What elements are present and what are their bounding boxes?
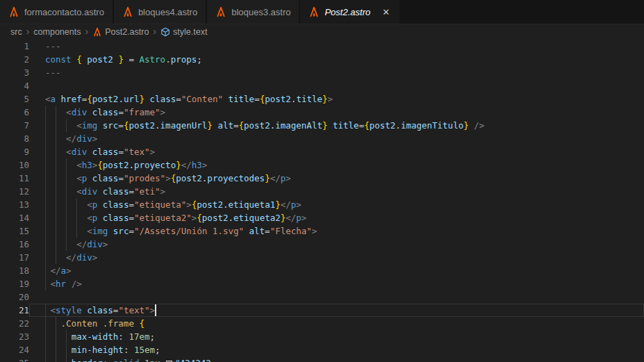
code-line-10[interactable]: 10<h3>{post2.proyecto}</h3>: [0, 158, 644, 172]
code-line-18[interactable]: 18</a>: [0, 264, 644, 277]
symbol-cube-icon: [160, 27, 170, 37]
code-line-3[interactable]: 3---: [0, 66, 644, 79]
code-line-24[interactable]: 24min-height: 15em;: [0, 343, 644, 356]
astro-icon: [122, 6, 133, 17]
line-number[interactable]: 24: [0, 343, 29, 356]
line-number[interactable]: 10: [0, 158, 29, 172]
indent-guide: [45, 264, 51, 277]
code-line-7[interactable]: 7<img src={post2.imagenUrl} alt={post2.i…: [0, 119, 644, 132]
indent-guide: [45, 145, 66, 158]
line-number[interactable]: 7: [0, 119, 29, 132]
breadcrumb: src›components›Post2.astro›style.text: [0, 24, 644, 40]
code-line-17[interactable]: 17</div>: [0, 251, 644, 264]
code-text: .Conten .frame {: [29, 317, 644, 330]
code-text: ---: [29, 66, 644, 79]
code-line-5[interactable]: 5<a href={post2.url} class="Conten" titl…: [0, 92, 644, 106]
breadcrumb-item-style-text[interactable]: style.text: [160, 27, 207, 37]
code-line-15[interactable]: 15<img src="/Assets/Unión 1.svg" alt="Fl…: [0, 224, 644, 238]
line-number[interactable]: 11: [0, 172, 29, 185]
code-text: <h3>{post2.proyecto}</h3>: [29, 158, 644, 172]
indent-guide: [45, 119, 76, 132]
code-line-20[interactable]: 20: [0, 290, 644, 304]
code-text: </div>: [29, 251, 644, 264]
code-line-13[interactable]: 13<p class="etiqueta">{post2.etiqueta1}<…: [0, 198, 644, 211]
tab-post2-astro[interactable]: Post2.astro✕: [300, 0, 399, 24]
tab-bloques3-astro[interactable]: bloques3.astro: [207, 0, 299, 24]
indent-guide: [45, 317, 61, 330]
code-text: [29, 290, 644, 304]
indent-guide: [45, 106, 66, 119]
code-text: <p class="etiqueta">{post2.etiqueta1}</p…: [29, 198, 644, 211]
line-number[interactable]: 21: [0, 304, 29, 317]
code-text: </div>: [29, 238, 644, 251]
tab-label: bloques3.astro: [231, 7, 290, 17]
code-line-2[interactable]: 2const { post2 } = Astro.props;: [0, 53, 644, 66]
breadcrumb-label: style.text: [173, 27, 207, 37]
code-line-6[interactable]: 6<div class="frame">: [0, 106, 644, 119]
code-line-9[interactable]: 9<div class="tex">: [0, 145, 644, 158]
breadcrumb-item-src[interactable]: src: [10, 27, 22, 37]
indent-guide: [45, 172, 76, 185]
code-text: <style class="text">: [29, 304, 644, 317]
line-number[interactable]: 9: [0, 145, 29, 158]
tab-bloques4-astro[interactable]: bloques4.astro: [114, 0, 206, 24]
line-number[interactable]: 8: [0, 132, 29, 145]
chevron-right-icon: ›: [25, 26, 31, 37]
code-line-25[interactable]: 25border: solid 1px #424242;: [0, 356, 644, 362]
breadcrumb-item-post2-astro[interactable]: Post2.astro: [92, 27, 149, 37]
indent-guide: [45, 132, 66, 145]
line-number[interactable]: 12: [0, 185, 29, 198]
line-number[interactable]: 13: [0, 198, 29, 211]
indent-guide: [45, 304, 51, 317]
indent-guide: [45, 185, 76, 198]
code-text: <div class="eti">: [29, 185, 644, 198]
cursor-caret: [155, 304, 156, 316]
code-line-4[interactable]: 4: [0, 79, 644, 92]
line-number[interactable]: 15: [0, 224, 29, 238]
tab-formacontacto-astro[interactable]: formacontacto.astro: [0, 0, 113, 24]
line-number[interactable]: 14: [0, 211, 29, 224]
line-number[interactable]: 16: [0, 238, 29, 251]
code-line-22[interactable]: 22.Conten .frame {: [0, 317, 644, 330]
line-number[interactable]: 6: [0, 106, 29, 119]
indent-guide: [45, 330, 72, 343]
line-number[interactable]: 22: [0, 317, 29, 330]
code-line-11[interactable]: 11<p class="prodes">{post2.proyectodes}<…: [0, 172, 644, 185]
code-editor[interactable]: 1---2const { post2 } = Astro.props;3---4…: [0, 40, 644, 362]
code-text: <hr />: [29, 277, 644, 290]
close-icon[interactable]: ✕: [381, 7, 391, 17]
line-number[interactable]: 20: [0, 290, 29, 304]
chevron-right-icon: ›: [83, 26, 90, 37]
indent-guide: [45, 356, 72, 362]
line-number[interactable]: 19: [0, 277, 29, 290]
line-number[interactable]: 3: [0, 66, 29, 79]
code-line-21[interactable]: 21<style class="text">: [0, 304, 644, 317]
astro-icon: [308, 6, 320, 17]
breadcrumb-item-components[interactable]: components: [33, 27, 81, 37]
line-number[interactable]: 1: [0, 40, 29, 53]
code-line-23[interactable]: 23max-width: 17em;: [0, 330, 644, 343]
line-number[interactable]: 5: [0, 92, 29, 106]
code-text: <div class="tex">: [29, 145, 644, 158]
indent-guide: [45, 238, 76, 251]
code-text: ---: [29, 40, 644, 53]
code-text: <div class="frame">: [29, 106, 644, 119]
code-line-1[interactable]: 1---: [0, 40, 644, 53]
code-line-12[interactable]: 12<div class="eti">: [0, 185, 644, 198]
code-line-8[interactable]: 8</div>: [0, 132, 644, 145]
chevron-right-icon: ›: [151, 26, 158, 37]
breadcrumb-label: Post2.astro: [105, 27, 149, 37]
line-number[interactable]: 17: [0, 251, 29, 264]
indent-guide: [45, 277, 51, 290]
code-text: <img src={post2.imagenUrl} alt={post2.im…: [29, 119, 644, 132]
code-text: min-height: 15em;: [29, 343, 644, 356]
line-number[interactable]: 25: [0, 356, 29, 362]
line-number[interactable]: 4: [0, 79, 29, 92]
code-line-19[interactable]: 19<hr />: [0, 277, 644, 290]
line-number[interactable]: 23: [0, 330, 29, 343]
code-line-14[interactable]: 14<p class="etiqueta2">{post2.etiqueta2}…: [0, 211, 644, 224]
line-number[interactable]: 18: [0, 264, 29, 277]
code-line-16[interactable]: 16</div>: [0, 238, 644, 251]
line-number[interactable]: 2: [0, 53, 29, 66]
code-text: border: solid 1px #424242;: [29, 356, 644, 362]
